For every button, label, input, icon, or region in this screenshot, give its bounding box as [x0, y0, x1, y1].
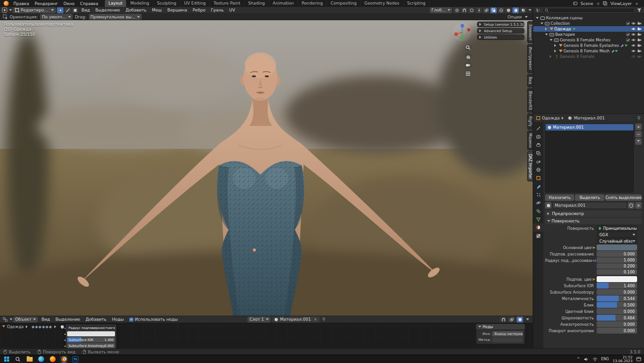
edge-browser-icon[interactable]	[37, 356, 45, 363]
roughness-slider[interactable]: 0.464	[597, 315, 637, 321]
principled-bsdf-node[interactable]: Радиус подповерхностного рассе... Subsur…	[65, 324, 117, 348]
options-label[interactable]: Опции	[507, 15, 522, 19]
sidebar-tab-daz-importer[interactable]: DAZ Importer	[527, 151, 533, 182]
drag-dropdown[interactable]: Прямоугольное вы...	[89, 14, 142, 20]
collection-checkbox-icon[interactable]	[626, 33, 630, 36]
disclosure-icon[interactable]	[550, 55, 553, 58]
node-socket-icon[interactable]	[64, 327, 66, 329]
chevron-down-icon[interactable]	[526, 318, 529, 322]
pin-icon[interactable]	[636, 115, 642, 121]
show-gizmo-icon[interactable]	[476, 7, 482, 13]
sss-method-dropdown[interactable]: Случайный обход	[597, 238, 637, 244]
notification-center-icon[interactable]	[636, 357, 641, 362]
se-menu-select[interactable]: Выделение	[52, 317, 83, 322]
editor-type-chevron-icon[interactable]	[9, 9, 12, 12]
blender-app-icon[interactable]	[60, 356, 68, 363]
outliner-row-g8f-eyelashes[interactable]: Genesis 8 Female Eyelashes	[533, 43, 644, 48]
nodes-panel-header[interactable]: Ноды	[476, 324, 525, 329]
subsurface-ior-slider[interactable]: 1.400	[597, 283, 637, 289]
outliner-search-input[interactable]	[542, 8, 635, 13]
outliner-row-clothing[interactable]: Одежда	[533, 26, 644, 32]
tab-modifiers[interactable]	[533, 182, 543, 190]
specular-slider[interactable]: 0.500	[597, 302, 637, 308]
workspace-tab-uv-editing[interactable]: UV Editing	[180, 0, 210, 7]
show-overlays-icon[interactable]	[483, 7, 489, 13]
menu-render[interactable]: Рендеринг	[32, 1, 61, 6]
material-slot-list[interactable]: Материал.001	[545, 124, 634, 193]
remove-slot-button[interactable]: −	[635, 131, 642, 137]
breadcrumb-object[interactable]: Одежда	[542, 116, 560, 120]
disclosure-icon[interactable]	[545, 28, 548, 30]
anisotropic-slider[interactable]: 0.000	[597, 321, 637, 327]
vp-menu-mesh[interactable]: Меш	[149, 8, 165, 12]
select-mode-vertex-icon[interactable]	[57, 7, 63, 13]
pan-hand-icon[interactable]	[465, 53, 472, 60]
workspace-tab-texture-paint[interactable]: Texture Paint	[210, 0, 244, 7]
hidden-icons-chevron-icon[interactable]: ^	[577, 357, 580, 361]
toggle-ortho-grid-icon[interactable]	[465, 70, 472, 77]
vp-menu-select[interactable]: Выделение	[92, 8, 123, 12]
workspace-tab-geometry-nodes[interactable]: Geometry Nodes	[361, 0, 403, 7]
material-datablock-widget[interactable]: Материал.001 ×	[272, 317, 320, 323]
unlink-material-button[interactable]: ×	[635, 202, 642, 209]
distribution-dropdown[interactable]: GGX	[597, 232, 637, 238]
shader-editor-type-icon[interactable]	[2, 317, 8, 323]
disclosure-icon[interactable]	[545, 34, 548, 37]
start-button[interactable]	[3, 356, 10, 363]
photoshop-app-icon[interactable]: Ps	[72, 356, 79, 363]
workspace-tab-sculpting[interactable]: Sculpting	[153, 0, 180, 7]
disclosure-icon[interactable]	[540, 23, 543, 26]
taskbar-search-icon[interactable]	[14, 356, 22, 363]
sss-color-swatch[interactable]	[597, 276, 637, 282]
tab-physics[interactable]	[533, 199, 543, 207]
snap-node-icon[interactable]	[500, 317, 506, 323]
shading-solid-icon[interactable]	[505, 7, 512, 13]
blender-logo-icon[interactable]	[4, 1, 9, 6]
viewlayer-unlink-icon[interactable]: ×	[634, 1, 639, 6]
disclosure-icon[interactable]	[554, 50, 558, 52]
shader-node-editor[interactable]: Одежда ◆◆◆◆◆◆ Материал.001 Радиус подпов…	[0, 323, 533, 348]
se-menu-view[interactable]: Вид	[39, 317, 52, 322]
viewport-3d[interactable]: Пользовательская перспектива (20) Одежда…	[0, 20, 533, 316]
tab-world[interactable]	[533, 165, 543, 174]
collection-checkbox-icon[interactable]	[626, 22, 630, 25]
tab-object-data[interactable]	[533, 215, 543, 223]
editor-type-icon[interactable]	[1, 7, 7, 13]
filter-funnel-icon[interactable]	[636, 7, 642, 13]
scene-unlink-icon[interactable]: ×	[595, 1, 601, 6]
daz-utilities-panel[interactable]: Utilities	[477, 34, 524, 40]
render-camera-icon[interactable]	[636, 54, 642, 60]
navigation-gizmo[interactable]	[452, 22, 472, 43]
menu-help[interactable]: Справка	[77, 1, 101, 6]
overlay-toggle-icon[interactable]	[508, 317, 515, 323]
workspace-tab-shading[interactable]: Shading	[244, 0, 269, 7]
volume-icon[interactable]	[584, 357, 589, 362]
pin-icon[interactable]	[321, 317, 327, 323]
shading-wireframe-icon[interactable]	[498, 7, 504, 13]
tab-object[interactable]	[533, 174, 543, 182]
options-chevron-icon[interactable]	[525, 16, 528, 19]
menu-window[interactable]: Окно	[61, 1, 77, 6]
disclosure-icon[interactable]	[536, 17, 539, 20]
menu-edit[interactable]: Правка	[11, 1, 32, 6]
slot-specials-button[interactable]	[635, 138, 642, 145]
vp-menu-view[interactable]: Вид	[79, 8, 92, 12]
sidebar-tab-view[interactable]: Вид	[527, 74, 533, 87]
fake-user-shield-icon[interactable]	[628, 202, 634, 209]
workspace-tab-rendering[interactable]: Rendering	[298, 0, 327, 7]
tab-render[interactable]	[533, 132, 543, 141]
sidebar-tab-tool[interactable]: Инструмент	[527, 44, 533, 73]
workspace-tab-animation[interactable]: Animation	[269, 0, 298, 7]
select-mode-face-icon[interactable]	[72, 7, 78, 13]
se-menu-node[interactable]: Ноды	[109, 317, 126, 322]
vp-menu-vertex[interactable]: Вершина	[165, 8, 190, 12]
outliner-row-scene-collection[interactable]: Коллекция сцены	[533, 15, 644, 21]
firefox-browser-icon[interactable]	[49, 356, 56, 363]
sidebar-tab-mazino[interactable]: Мазино	[527, 130, 533, 150]
scene-selector[interactable]: Scene	[580, 1, 594, 6]
file-explorer-icon[interactable]	[26, 356, 33, 363]
node-socket-icon[interactable]	[64, 345, 66, 347]
subsurface-value-field[interactable]: 0.000	[597, 251, 637, 257]
vp-menu-face[interactable]: Грань	[208, 8, 226, 12]
anisotropic-rotation-slider[interactable]: 0.000	[597, 328, 637, 334]
